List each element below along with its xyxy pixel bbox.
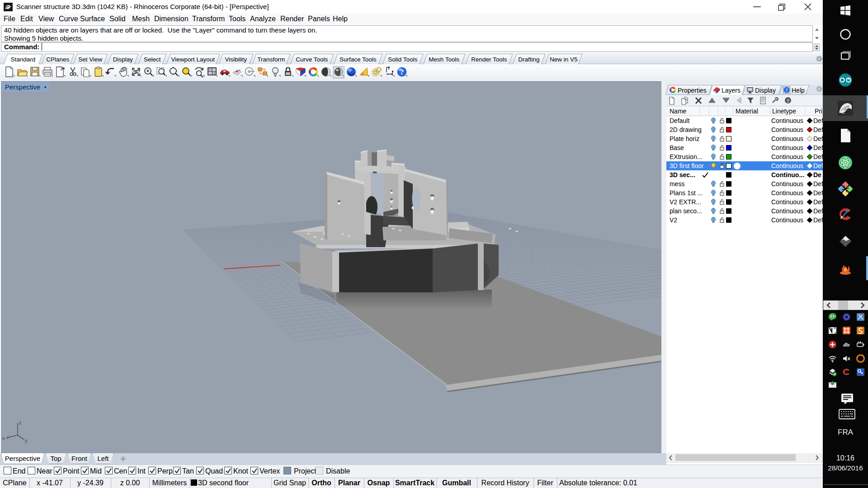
svg-text:y: y [25, 438, 28, 443]
svg-text:z: z [19, 420, 22, 425]
svg-text:?: ? [787, 98, 789, 103]
svg-text:?: ? [786, 88, 788, 93]
svg-text:x: x [2, 436, 5, 441]
svg-text:?: ? [400, 68, 404, 76]
